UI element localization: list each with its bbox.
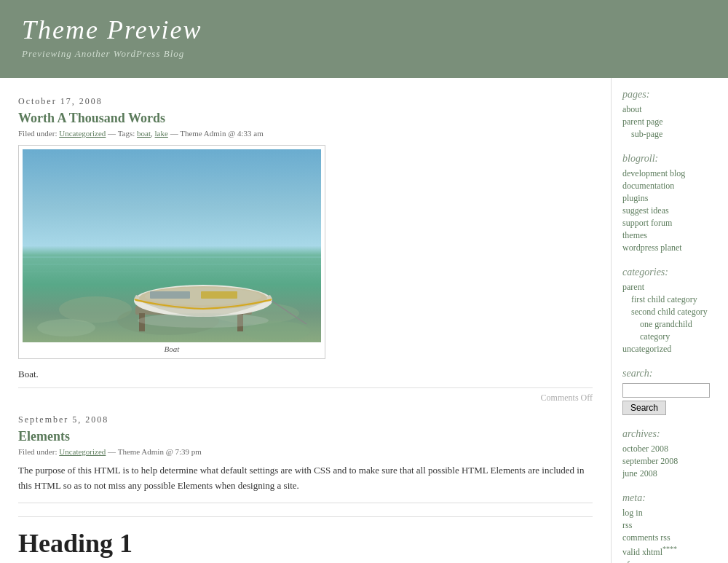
site-title: Theme Preview [22,15,706,45]
sidebar-page-parent-link[interactable]: parent page [622,117,663,127]
post-1-date: October 17, 2008 [18,89,593,107]
post-2-filed-label: Filed under: [18,447,57,456]
sidebar-valid-label: valid [622,547,642,557]
post-1-category-link[interactable]: Uncategorized [59,129,106,138]
sidebar-page-sub: sub-page [622,129,713,140]
post-1-comments-status: Comments Off [18,387,593,403]
sidebar: pages: about parent page sub-page blogro… [612,78,728,563]
sidebar-pages-title: pages: [622,89,713,101]
sidebar-cat-grandchild: one grandchild [622,319,713,330]
sidebar-cat-uncategorized-link[interactable]: uncategorized [622,344,671,354]
sidebar-blogroll-suggest: suggest ideas [622,205,713,216]
sidebar-pages-list: about parent page sub-page [622,104,713,140]
post-2: September 5, 2008 Elements Filed under: … [18,407,593,559]
post-1-tag-lake[interactable]: lake [155,129,168,138]
heading-1-demo: Heading 1 [18,516,593,559]
svg-rect-18 [201,291,237,299]
sidebar-meta-xfn: xfn [622,559,713,563]
post-2-meta: Filed under: Uncategorized — Theme Admin… [18,447,593,456]
post-1-filed-label: Filed under: [18,129,57,138]
sidebar-plugins-link[interactable]: plugins [622,193,648,203]
sidebar-cat-second-child: second child category [622,307,713,318]
sidebar-archive-jun: june 2008 [622,468,713,479]
post-2-divider [18,503,593,503]
sidebar-cat-uncategorized: uncategorized [622,344,713,355]
sidebar-suggest-link[interactable]: suggest ideas [622,205,669,216]
sidebar-cat-first-child-link[interactable]: first child category [631,294,697,304]
sidebar-page-about: about [622,104,713,115]
sidebar-cat-first-child: first child category [622,294,713,305]
sidebar-blogroll-devblog: development blog [622,168,713,179]
sidebar-xfn-link[interactable]: xfn [622,559,634,563]
sidebar-archive-sep: september 2008 [622,456,713,467]
sidebar-page-about-link[interactable]: about [622,104,642,114]
main-content: October 17, 2008 Worth A Thousand Words … [0,78,612,563]
post-2-date: September 5, 2008 [18,407,593,425]
sidebar-cat-category: category [622,331,713,342]
sidebar-meta-rss: rss [622,520,713,531]
sidebar-blogroll-list: development blog documentation plugins s… [622,168,713,253]
sidebar-meta-login: log in [622,508,713,519]
sidebar-archive-jun-link[interactable]: june 2008 [622,468,657,479]
sidebar-meta-comments-rss: comments rss [622,532,713,543]
sidebar-blogroll-title: blogroll: [622,153,713,165]
sidebar-blogroll-plugins: plugins [622,193,713,204]
sidebar-support-link[interactable]: support forum [622,218,672,228]
sidebar-meta-list: log in rss comments rss valid xhtml**** … [622,508,713,563]
post-2-title-link[interactable]: Elements [18,429,70,444]
sidebar-categories-title: categories: [622,267,713,278]
sidebar-archive-oct-link[interactable]: october 2008 [622,444,668,454]
sidebar-cat-category-link[interactable]: category [640,331,670,342]
post-2-excerpt: The purpose of this HTML is to help dete… [18,463,593,494]
sidebar-wpplanet-link[interactable]: wordpress planet [622,243,682,253]
post-1-image-caption: Boat [23,342,321,355]
sidebar-devblog-link[interactable]: development blog [622,168,685,178]
sidebar-rss-link[interactable]: rss [622,520,632,530]
sidebar-comments-rss-link[interactable]: comments rss [622,532,670,543]
search-button[interactable]: Search [622,401,666,415]
sidebar-cat-parent: parent [622,282,713,293]
sidebar-cat-parent-link[interactable]: parent [622,282,644,292]
post-1-title: Worth A Thousand Words [18,111,593,126]
svg-point-7 [37,319,95,336]
sidebar-blogroll-wpplanet: wordpress planet [622,243,713,253]
post-1-image-wrapper: Boat [18,145,593,363]
sidebar-blogroll-docs: documentation [622,181,713,192]
sidebar-meta-title: meta: [622,492,713,504]
post-1-tag-boat[interactable]: boat [137,129,151,138]
sidebar-archive-oct: october 2008 [622,444,713,454]
sidebar-blogroll-support: support forum [622,218,713,229]
sidebar-meta-valid-xhtml: valid xhtml**** [622,545,713,558]
search-input[interactable] [622,383,710,398]
svg-rect-17 [150,291,190,299]
post-1: October 17, 2008 Worth A Thousand Words … [18,89,593,403]
sidebar-page-sub-link[interactable]: sub-page [631,129,662,139]
sidebar-cat-second-child-link[interactable]: second child category [631,307,708,317]
sidebar-categories-list: parent first child category second child… [622,282,713,355]
site-subtitle: Previewing Another WordPress Blog [22,48,706,60]
sidebar-xhtml-link[interactable]: xhtml**** [642,547,677,557]
svg-point-20 [138,313,269,328]
sidebar-search-box: Search [622,383,713,415]
post-2-category-link[interactable]: Uncategorized [59,447,106,456]
sidebar-login-link[interactable]: log in [622,508,643,518]
sidebar-search-title: search: [622,368,713,379]
site-header: Theme Preview Previewing Another WordPre… [0,0,728,78]
sidebar-archive-sep-link[interactable]: september 2008 [622,456,678,466]
post-2-title: Elements [18,429,593,444]
sidebar-archives-list: october 2008 september 2008 june 2008 [622,444,713,479]
post-1-image-container: Boat [18,145,325,359]
post-1-title-link[interactable]: Worth A Thousand Words [18,111,165,125]
sidebar-themes-link[interactable]: themes [622,230,647,240]
sidebar-docs-link[interactable]: documentation [622,181,674,191]
post-1-meta: Filed under: Uncategorized — Tags: boat,… [18,129,593,138]
sidebar-blogroll-themes: themes [622,230,713,241]
sidebar-archives-title: archives: [622,428,713,440]
post-1-image [23,149,321,342]
post-1-content: Boat. [18,369,593,380]
sidebar-cat-grandchild-link[interactable]: one grandchild [640,319,692,329]
sidebar-page-parent: parent page [622,117,713,127]
